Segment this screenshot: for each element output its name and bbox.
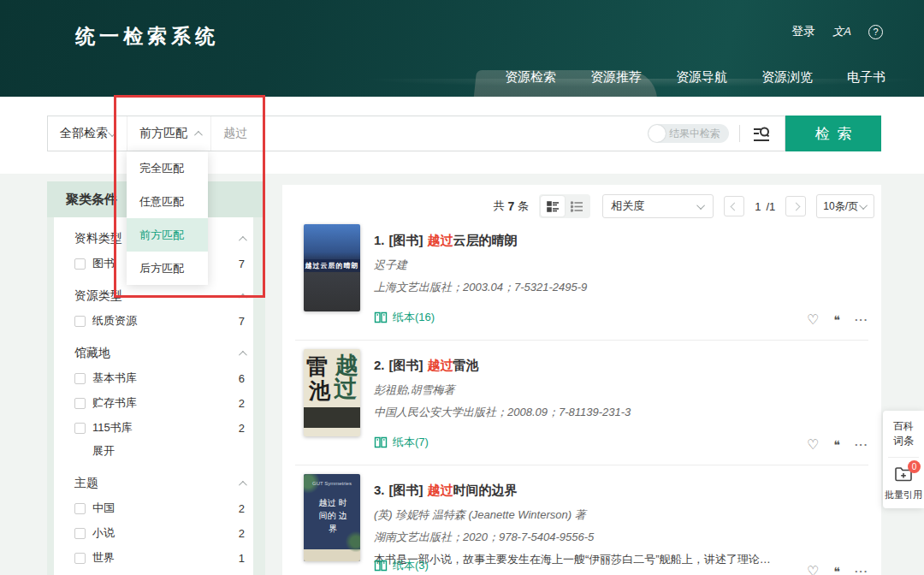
- next-page-button[interactable]: [785, 196, 806, 216]
- match-option-exact[interactable]: 完全匹配: [127, 151, 208, 185]
- batch-cite-button[interactable]: 0 批量引用: [883, 465, 924, 501]
- result-actions: ♡ ❝ ···: [807, 436, 868, 453]
- facet-subject: 主题 中国 2 小说 2 世界 1 展开: [74, 476, 245, 575]
- result-author: 彭祖贻,胡雪梅著: [374, 382, 774, 398]
- advanced-search-icon[interactable]: [752, 124, 771, 143]
- facet-location: 馆藏地 基本书库 6 贮存书库 2 115书库 2 展开: [74, 346, 245, 459]
- nav-item-resource-navigation[interactable]: 资源导航: [676, 69, 727, 86]
- holdings-link[interactable]: 纸本(16): [374, 310, 435, 325]
- chevron-down-icon: [859, 201, 868, 210]
- nav-item-resource-recommend[interactable]: 资源推荐: [590, 69, 642, 86]
- checkbox[interactable]: [74, 503, 86, 514]
- facet-item: 基本书库 6: [74, 370, 245, 386]
- match-option-suffix[interactable]: 后方匹配: [127, 252, 208, 285]
- result-title[interactable]: 3.[图书]越过时间的边界: [374, 483, 774, 499]
- collapse-icon: [239, 480, 247, 489]
- page-size-value: 10条/页: [823, 199, 858, 214]
- facet-resource-type: 资源类型 纸质资源 7: [74, 288, 245, 329]
- expand-link[interactable]: 展开: [92, 443, 245, 459]
- favorite-icon[interactable]: ♡: [807, 311, 819, 328]
- result-count: 共7条: [493, 199, 529, 214]
- more-icon[interactable]: ···: [855, 565, 868, 575]
- checkbox[interactable]: [74, 528, 86, 539]
- match-mode-dropdown: 完全匹配 任意匹配 前方匹配 后方匹配: [127, 151, 208, 285]
- app-title: 统一检索系统: [75, 23, 219, 50]
- scope-select[interactable]: 全部检索: [48, 116, 127, 151]
- collapse-icon: [239, 350, 247, 359]
- result-item-2: 雷 越 池 过 2.[图书]越过雷池 彭祖贻,胡雪梅著 中国人民公安大学出版社；…: [295, 346, 868, 465]
- nav-item-resource-browse[interactable]: 资源浏览: [761, 69, 813, 86]
- match-mode-select[interactable]: 前方匹配: [127, 116, 210, 151]
- page-indicator: 1 /1: [755, 200, 775, 213]
- result-description: 本书是一部小说，故事主要发生在海上一艘“伊丽莎白二号”舰船上，讲述了理论物理学家…: [374, 552, 774, 567]
- result-title[interactable]: 2.[图书]越过雷池: [374, 358, 774, 374]
- sort-select-value: 相关度: [611, 199, 644, 214]
- view-toggle: [539, 194, 590, 218]
- book-cover[interactable]: 越过云层的晴朗: [304, 224, 360, 311]
- chevron-down-icon: [696, 201, 705, 210]
- book-cover[interactable]: 雷 越 池 过: [304, 349, 360, 436]
- results-panel: 共7条 相关度 1 /1: [282, 185, 881, 575]
- checkbox[interactable]: [74, 373, 86, 384]
- facet-item: 中国 2: [74, 501, 245, 516]
- cite-icon[interactable]: ❝: [833, 313, 840, 327]
- result-actions: ♡ ❝ ···: [807, 311, 868, 328]
- checkbox[interactable]: [74, 258, 86, 270]
- cite-icon[interactable]: ❝: [833, 438, 840, 452]
- detail-view-icon[interactable]: [541, 196, 565, 216]
- result-info: 3.[图书]越过时间的边界 (英) 珍妮特 温特森 (Jeanette Wint…: [374, 483, 774, 567]
- checkbox[interactable]: [74, 316, 86, 327]
- result-item-1: 越过云层的晴朗 1.[图书]越过云层的晴朗 迟子建 上海文艺出版社；2003.0…: [295, 221, 868, 341]
- holdings-link[interactable]: 纸本(7): [374, 435, 429, 450]
- list-view-icon[interactable]: [565, 196, 589, 216]
- result-author: 迟子建: [374, 258, 774, 273]
- total-pages: /1: [766, 200, 775, 213]
- encyclopedia-entry-button[interactable]: 百科词条: [883, 419, 924, 449]
- cite-count-badge: 0: [908, 460, 921, 473]
- chevron-down-icon: [108, 128, 116, 137]
- book-icon: [374, 311, 388, 323]
- facet-item: 115书库 2: [74, 420, 245, 436]
- facet-head-location[interactable]: 馆藏地: [74, 346, 245, 361]
- match-option-prefix[interactable]: 前方匹配: [127, 218, 208, 252]
- more-icon[interactable]: ···: [855, 313, 868, 326]
- result-item-3: GUT Symmetries 越过 时间的 边界 3.[图书]越过时间的边界 (…: [295, 471, 868, 575]
- book-cover[interactable]: GUT Symmetries 越过 时间的 边界: [304, 474, 360, 561]
- search-input[interactable]: 越过: [210, 116, 648, 151]
- help-icon[interactable]: ?: [868, 25, 883, 39]
- checkbox[interactable]: [74, 553, 86, 564]
- result-title[interactable]: 1.[图书]越过云层的晴朗: [374, 233, 774, 249]
- result-actions: ♡ ❝ ···: [807, 563, 868, 575]
- match-option-any[interactable]: 任意匹配: [127, 185, 208, 218]
- facet-item: 纸质资源 7: [74, 313, 245, 329]
- favorite-icon[interactable]: ♡: [807, 563, 819, 575]
- facet-head-subject[interactable]: 主题: [74, 476, 245, 491]
- page-size-select[interactable]: 10条/页: [816, 194, 874, 218]
- holdings-link[interactable]: 纸本(3): [374, 558, 429, 573]
- result-publisher: 中国人民公安大学出版社；2008.09；7-81139-231-3: [374, 405, 774, 420]
- result-info: 2.[图书]越过雷池 彭祖贻,胡雪梅著 中国人民公安大学出版社；2008.09；…: [374, 358, 774, 420]
- checkbox[interactable]: [74, 423, 86, 434]
- search-bar: 全部检索 前方匹配 越过 结果中检索: [47, 116, 785, 151]
- facet-item: 世界 1: [74, 550, 245, 566]
- nav-item-ebook[interactable]: 电子书: [847, 69, 886, 86]
- search-input-value: 越过: [223, 126, 247, 141]
- sort-select[interactable]: 相关度: [602, 194, 714, 218]
- collapse-icon: [239, 293, 247, 301]
- language-icon[interactable]: 文A: [832, 24, 851, 39]
- login-link[interactable]: 登录: [791, 24, 815, 39]
- search-in-results-toggle[interactable]: 结果中检索: [648, 124, 729, 143]
- more-icon[interactable]: ···: [855, 438, 868, 451]
- facet-item: 贮存书库 2: [74, 395, 245, 411]
- nav-item-resource-search[interactable]: 资源检索: [505, 69, 556, 86]
- facet-head-resource-type[interactable]: 资源类型: [74, 288, 245, 304]
- account-area: 登录 文A ?: [791, 24, 883, 39]
- result-publisher: 湖南文艺出版社；2020；978-7-5404-9556-5: [374, 530, 774, 545]
- cite-icon[interactable]: ❝: [833, 565, 840, 575]
- result-author: (英) 珍妮特 温特森 (Jeanette Winterson) 著: [374, 507, 774, 523]
- prev-page-button[interactable]: [724, 196, 744, 216]
- book-icon: [374, 560, 388, 572]
- search-button[interactable]: 检索: [785, 116, 881, 151]
- favorite-icon[interactable]: ♡: [807, 436, 819, 453]
- checkbox[interactable]: [74, 398, 86, 409]
